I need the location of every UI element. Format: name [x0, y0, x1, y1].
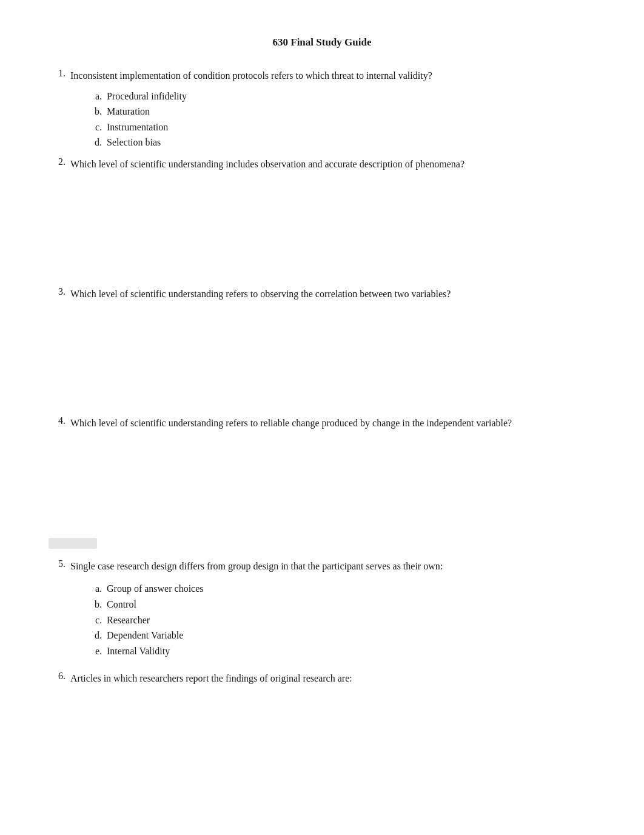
- question-body: Which level of scientific understanding …: [70, 156, 595, 177]
- question-number: 1.: [49, 68, 70, 150]
- answer-text: Maturation: [107, 104, 150, 119]
- question-item: 2. Which level of scientific understandi…: [49, 156, 595, 177]
- answer-letter: a.: [90, 581, 107, 597]
- answer-item: c. Researcher: [90, 612, 595, 628]
- question-text: Single case research design differs from…: [70, 558, 595, 574]
- gray-bar: [49, 538, 97, 549]
- question-number: 5.: [49, 558, 70, 659]
- answer-letter: b.: [90, 104, 107, 119]
- answer-text: Instrumentation: [107, 119, 168, 135]
- answer-item: a. Procedural infidelity: [90, 89, 595, 104]
- spacer: [49, 177, 595, 286]
- answer-text: Control: [107, 597, 136, 612]
- answer-letter: b.: [90, 597, 107, 612]
- answer-item: a. Group of answer choices: [90, 581, 595, 597]
- question-body: Articles in which researchers report the…: [70, 671, 595, 691]
- question-item: 4. Which level of scientific understandi…: [49, 415, 595, 436]
- question-text: Which level of scientific understanding …: [70, 156, 595, 172]
- answer-list: a. Procedural infidelity b. Maturation c…: [90, 89, 595, 150]
- answer-text: Researcher: [107, 612, 150, 628]
- answer-letter: c.: [90, 119, 107, 135]
- question-text: Which level of scientific understanding …: [70, 286, 595, 302]
- answer-letter: e.: [90, 643, 107, 659]
- question-item: 3. Which level of scientific understandi…: [49, 286, 595, 307]
- answer-text: Internal Validity: [107, 643, 170, 659]
- answer-item: b. Control: [90, 597, 595, 612]
- answer-text: Dependent Variable: [107, 628, 183, 643]
- question-text: Articles in which researchers report the…: [70, 671, 595, 686]
- question-body: Inconsistent implementation of condition…: [70, 68, 595, 150]
- answer-item: e. Internal Validity: [90, 643, 595, 659]
- question-item: 1. Inconsistent implementation of condit…: [49, 68, 595, 150]
- question-item: 5. Single case research design differs f…: [49, 558, 595, 659]
- answer-item: c. Instrumentation: [90, 119, 595, 135]
- question-body: Single case research design differs from…: [70, 558, 595, 659]
- question-number: 4.: [49, 415, 70, 436]
- question-body: Which level of scientific understanding …: [70, 415, 595, 436]
- answer-item: d. Selection bias: [90, 135, 595, 150]
- questions-container: 1. Inconsistent implementation of condit…: [49, 68, 595, 691]
- question-number: 2.: [49, 156, 70, 177]
- question-text: Inconsistent implementation of condition…: [70, 68, 595, 84]
- spacer: [49, 306, 595, 415]
- answer-text: Group of answer choices: [107, 581, 204, 597]
- question-body: Which level of scientific understanding …: [70, 286, 595, 307]
- page-title: 630 Final Study Guide: [49, 36, 595, 49]
- answer-letter: c.: [90, 612, 107, 628]
- answer-letter: a.: [90, 89, 107, 104]
- answer-item: b. Maturation: [90, 104, 595, 119]
- answer-letter: d.: [90, 628, 107, 643]
- question-number: 3.: [49, 286, 70, 307]
- question-item: 6. Articles in which researchers report …: [49, 671, 595, 691]
- question-text: Which level of scientific understanding …: [70, 415, 595, 431]
- answer-item: d. Dependent Variable: [90, 628, 595, 643]
- answer-list: a. Group of answer choices b. Control c.…: [90, 581, 595, 659]
- answer-text: Selection bias: [107, 135, 161, 150]
- spacer-large: [49, 436, 595, 533]
- answer-text: Procedural infidelity: [107, 89, 187, 104]
- question-number: 6.: [49, 671, 70, 691]
- answer-letter: d.: [90, 135, 107, 150]
